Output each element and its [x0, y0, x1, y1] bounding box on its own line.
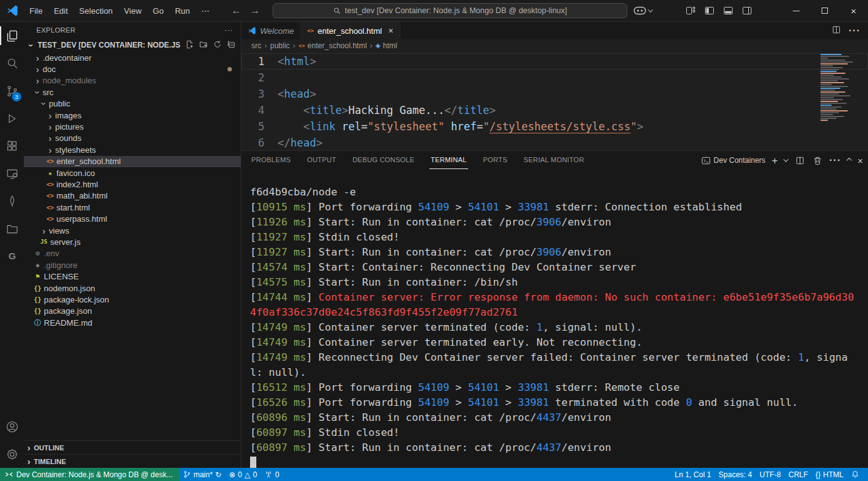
tree-file-favicon.ico[interactable]: ★favicon.ico	[24, 167, 241, 178]
back-arrow-icon[interactable]: ←	[231, 5, 241, 16]
panel-more-actions-icon[interactable]: ···	[829, 155, 841, 166]
tree-item-label: nodemon.json	[44, 284, 95, 293]
tree-file-README.md[interactable]: ⓘREADME.md	[24, 317, 241, 328]
tab-welcome[interactable]: Welcome	[241, 22, 301, 39]
menu-view[interactable]: View	[118, 4, 147, 18]
tree-folder-images[interactable]: ›images	[24, 110, 241, 121]
maximize-panel-icon[interactable]	[847, 158, 852, 163]
cursor-position[interactable]: Ln 1, Col 1	[671, 468, 715, 481]
eol-status[interactable]: CRLF	[785, 468, 812, 481]
tree-item-label: images	[55, 111, 81, 120]
split-terminal-icon[interactable]	[794, 153, 805, 167]
tree-folder-src[interactable]: ›src	[24, 86, 241, 98]
maximize-icon[interactable]	[810, 0, 839, 21]
tree-file-index2.html[interactable]: <>index2.html	[24, 178, 241, 190]
remote-explorer-icon[interactable]	[0, 160, 24, 187]
menu-edit[interactable]: Edit	[48, 4, 73, 18]
new-file-icon[interactable]	[186, 40, 194, 51]
terminal-dropdown-icon[interactable]	[783, 157, 788, 162]
terminal-profile[interactable]: Dev Containers	[701, 156, 766, 165]
tree-file-package.json[interactable]: {}package.json	[24, 306, 241, 317]
tree-folder-views[interactable]: ›views	[24, 225, 241, 236]
workspace-root-row[interactable]: › TEST_DEV [DEV CONTAINER: NODE.JS & MON…	[24, 38, 241, 52]
explorer-icon[interactable]	[0, 22, 24, 49]
toggle-secondary-sidebar-icon[interactable]	[738, 3, 756, 19]
breadcrumb-src[interactable]: src	[251, 41, 261, 50]
tree-folder-sounds[interactable]: ›sounds	[24, 133, 241, 144]
tree-file-start.html[interactable]: <>start.html	[24, 202, 241, 213]
mongodb-icon[interactable]	[0, 187, 24, 215]
tree-file-enter_school.html[interactable]: <>enter_school.html	[24, 156, 241, 167]
encoding-status[interactable]: UTF-8	[756, 468, 785, 481]
close-window-icon[interactable]: ×	[839, 0, 868, 21]
menu-file[interactable]: File	[24, 4, 48, 18]
terminal-output[interactable]: f6d4b9cba/node -e[10915 ms] Port forward…	[241, 170, 868, 468]
docker-icon[interactable]	[0, 215, 24, 242]
tree-folder-pictures[interactable]: ›pictures	[24, 121, 241, 132]
new-terminal-icon[interactable]: +	[771, 155, 778, 166]
run-debug-icon[interactable]	[0, 105, 24, 132]
menu-go[interactable]: Go	[147, 4, 169, 18]
tree-file-nodemon.json[interactable]: {}nodemon.json	[24, 282, 241, 294]
breadcrumb-enter-school-html[interactable]: <>enter_school.html	[298, 41, 367, 50]
tree-folder-node_modules[interactable]: ›node_modules	[24, 75, 241, 86]
new-folder-icon[interactable]	[199, 40, 208, 51]
tree-folder-stylesheets[interactable]: ›stylesheets	[24, 144, 241, 155]
editor-more-actions-icon[interactable]: ···	[849, 25, 860, 36]
menu-[interactable]: ⋯	[196, 4, 215, 18]
panel-tab-output[interactable]: OUTPUT	[306, 151, 338, 169]
notifications-bell[interactable]	[847, 468, 863, 481]
kill-terminal-icon[interactable]	[812, 153, 823, 167]
collapse-folders-icon[interactable]	[227, 40, 236, 51]
tree-folder-public[interactable]: ›public	[24, 98, 241, 110]
indentation-status[interactable]: Spaces: 4	[715, 468, 756, 481]
command-center-search[interactable]: test_dev [Dev Container: Node.js & Mongo…	[273, 3, 627, 18]
code-editor[interactable]: 1<html>23<head>4 <title>Hacking Game...<…	[241, 51, 868, 150]
search-icon[interactable]	[0, 49, 24, 77]
git-branch-status[interactable]: main* ↻	[179, 468, 226, 481]
tree-file-userpass.html[interactable]: <>userpass.html	[24, 213, 241, 224]
tree-file-server.js[interactable]: JSserver.js	[24, 236, 241, 247]
panel-tab-terminal[interactable]: TERMINAL	[429, 151, 468, 169]
tree-file-LICENSE[interactable]: ⚑LICENSE	[24, 271, 241, 282]
accounts-icon[interactable]	[0, 413, 24, 440]
explorer-more-actions-icon[interactable]: ···	[224, 26, 233, 34]
timeline-section[interactable]: › TIMELINE	[24, 454, 241, 468]
editor-pane[interactable]: 1<html>23<head>4 <title>Hacking Game...<…	[241, 51, 868, 150]
tree-folder-.devcontainer[interactable]: ›.devcontainer	[24, 52, 241, 63]
tab-enter-school-html[interactable]: <>enter_school.html×	[301, 22, 400, 39]
extensions-icon[interactable]	[0, 132, 24, 160]
ports-status[interactable]: 0	[261, 468, 283, 481]
panel-tab-ports[interactable]: PORTS	[482, 151, 509, 169]
toggle-panel-icon[interactable]	[719, 3, 738, 19]
close-tab-icon[interactable]: ×	[388, 26, 393, 36]
panel-tab-debug-console[interactable]: DEBUG CONSOLE	[351, 151, 416, 169]
language-mode[interactable]: {} HTML	[812, 468, 847, 481]
menu-run[interactable]: Run	[169, 4, 196, 18]
tree-file-.env[interactable]: ⚙.env	[24, 248, 241, 259]
source-control-icon[interactable]: 3	[0, 77, 24, 105]
customize-layout-icon[interactable]	[681, 3, 700, 19]
tree-file-math_abi.html[interactable]: <>math_abi.html	[24, 190, 241, 202]
tree-folder-doc[interactable]: ›doc	[24, 63, 241, 75]
outline-section[interactable]: › OUTLINE	[24, 440, 241, 454]
gitlens-icon[interactable]: G	[0, 242, 24, 270]
forward-arrow-icon[interactable]: →	[250, 5, 260, 16]
toggle-primary-sidebar-icon[interactable]	[700, 3, 719, 19]
menu-selection[interactable]: Selection	[73, 4, 118, 18]
settings-icon[interactable]	[0, 440, 24, 468]
refresh-icon[interactable]	[213, 40, 222, 51]
tree-file-.gitignore[interactable]: ◈.gitignore	[24, 259, 241, 271]
tree-file-package-lock.json[interactable]: {}package-lock.json	[24, 294, 241, 305]
panel-tab-problems[interactable]: PROBLEMS	[250, 151, 292, 169]
copilot-menu[interactable]	[634, 6, 652, 15]
minimap[interactable]	[820, 54, 859, 122]
minimize-icon[interactable]	[782, 0, 810, 21]
split-editor-icon[interactable]	[832, 25, 841, 37]
breadcrumb-html[interactable]: ◈html	[375, 41, 397, 50]
problems-status[interactable]: ⊗ 0 △ 0	[225, 468, 261, 481]
close-panel-icon[interactable]: ×	[857, 155, 863, 166]
breadcrumb-public[interactable]: public	[270, 41, 290, 50]
remote-indicator[interactable]: Dev Container: Node.js & Mongo DB @ desk…	[0, 468, 179, 481]
panel-tab-serial-monitor[interactable]: SERIAL MONITOR	[522, 151, 585, 169]
